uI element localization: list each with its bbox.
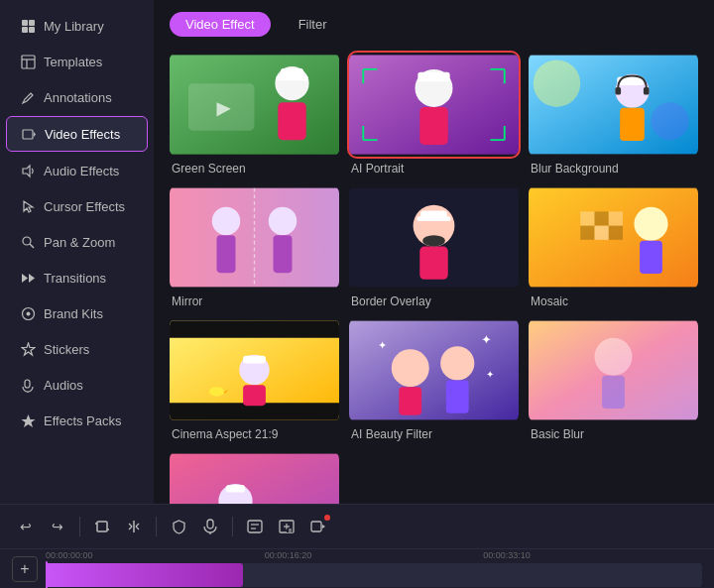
pan-zoom-icon [20,234,36,250]
svg-marker-12 [29,274,35,283]
sidebar-item-pan-zoom[interactable]: Pan & Zoom [6,225,148,259]
pan-zoom-label: Pan & Zoom [44,235,115,250]
effect-card-last-item[interactable]: 🐦 [170,451,339,504]
effect-thumb-mirror [170,185,339,290]
timeline-clip [46,563,243,587]
effect-label-green-screen: Green Screen [170,162,339,176]
svg-rect-42 [274,235,293,273]
sidebar-item-cursor-effects[interactable]: Cursor Effects [6,189,148,223]
effect-card-basic-blur[interactable]: Basic Blur [529,318,698,441]
sidebar-item-audio-effects[interactable]: Audio Effects [6,154,148,187]
svg-rect-22 [276,76,307,81]
annotations-icon [20,89,36,105]
sidebar-item-audios[interactable]: Audios [6,368,148,402]
sidebar-item-stickers[interactable]: Stickers [6,332,148,366]
brand-kits-label: Brand Kits [44,306,103,321]
svg-rect-58 [640,241,662,274]
svg-point-9 [23,237,31,245]
svg-marker-11 [22,274,28,283]
svg-line-91 [136,524,139,527]
content-panel: Video EffectFilter Green Screen [154,0,714,504]
effect-card-mirror[interactable]: Mirror [170,185,339,308]
record-button[interactable] [304,513,332,540]
effect-card-border-overlay[interactable]: Border Overlay [349,185,519,308]
add-track-button[interactable]: + [12,556,38,582]
stickers-label: Stickers [44,342,89,357]
svg-rect-93 [207,520,213,529]
timeline-track[interactable] [46,563,702,587]
transitions-icon [20,270,36,286]
effect-card-blur-background[interactable]: Blur Background [529,53,698,176]
svg-line-92 [136,527,139,529]
templates-icon [20,54,36,69]
crop-button[interactable] [88,513,116,540]
audio-effects-label: Audio Effects [44,164,119,178]
shield-button[interactable] [165,513,192,540]
caption-button[interactable] [241,513,269,540]
my-library-icon [20,18,36,34]
svg-point-41 [269,207,298,236]
toolbar-controls: ↩ ↪ [0,505,714,549]
tab-filter[interactable]: Filter [283,12,343,37]
ts-1: 00:00:00:00 [46,550,93,560]
effect-card-ai-portrait[interactable]: AI Portrait [349,53,519,176]
svg-rect-69 [399,387,421,415]
effect-label-cinema-aspect: Cinema Aspect 21:9 [170,427,339,441]
effect-card-mosaic[interactable]: Mosaic [529,185,698,308]
effect-label-border-overlay: Border Overlay [349,294,519,308]
svg-rect-4 [22,56,35,68]
stickers-icon [20,341,36,357]
effect-thumb-cinema-aspect [170,318,339,422]
svg-rect-15 [25,380,30,388]
svg-rect-71 [446,380,469,412]
effect-card-cinema-aspect[interactable]: Cinema Aspect 21:9 [170,318,339,441]
svg-text:✦: ✦ [481,332,492,347]
svg-rect-81 [226,485,245,493]
svg-rect-53 [609,211,623,225]
svg-rect-78 [170,454,339,504]
svg-line-89 [129,524,132,527]
svg-point-57 [634,207,667,241]
bottom-toolbar: ↩ ↪ [0,504,714,588]
svg-rect-7 [23,130,33,139]
effect-label-ai-beauty-filter: AI Beauty Filter [349,427,519,441]
export-button[interactable] [273,513,300,540]
divider-1 [79,517,80,536]
mic-button[interactable] [196,513,224,540]
brand-kits-icon [20,305,36,321]
timeline-playhead [46,561,48,588]
svg-rect-46 [419,247,448,280]
svg-rect-3 [29,27,35,33]
undo-button[interactable]: ↩ [12,513,40,540]
sidebar-item-transitions[interactable]: Transitions [6,261,148,294]
svg-point-31 [534,59,581,107]
sidebar-item-annotations[interactable]: Annotations [6,80,148,114]
ts-2: 00:00:16:20 [265,550,312,560]
svg-rect-64 [243,356,266,364]
svg-rect-49 [416,216,450,221]
sidebar-item-brand-kits[interactable]: Brand Kits [6,296,148,330]
svg-rect-104 [311,522,321,531]
effect-thumb-last-item: 🐦 [170,451,339,504]
svg-rect-0 [22,20,28,26]
cursor-effects-label: Cursor Effects [44,199,125,214]
record-notification-dot [324,515,330,521]
svg-rect-77 [602,376,625,409]
sidebar-item-effects-packs[interactable]: Effects Packs [6,404,148,437]
svg-line-10 [30,244,34,248]
effect-card-green-screen[interactable]: Green Screen [170,53,339,176]
effects-packs-label: Effects Packs [44,413,122,428]
redo-button[interactable]: ↪ [44,513,71,540]
svg-point-70 [440,346,474,380]
split-button[interactable] [120,513,148,540]
sidebar-item-video-effects[interactable]: Video Effects [6,116,148,152]
svg-rect-51 [580,211,594,225]
tab-video-effect[interactable]: Video Effect [170,12,271,37]
divider-3 [232,517,233,536]
svg-text:✦: ✦ [486,369,494,380]
effect-card-ai-beauty-filter[interactable]: ✦ ✦ ✦ AI Beauty Filter [349,318,519,441]
sidebar-item-templates[interactable]: Templates [6,45,148,78]
record-button-wrap [304,513,332,540]
sidebar-item-my-library[interactable]: My Library [6,9,148,43]
svg-marker-8 [34,132,36,137]
